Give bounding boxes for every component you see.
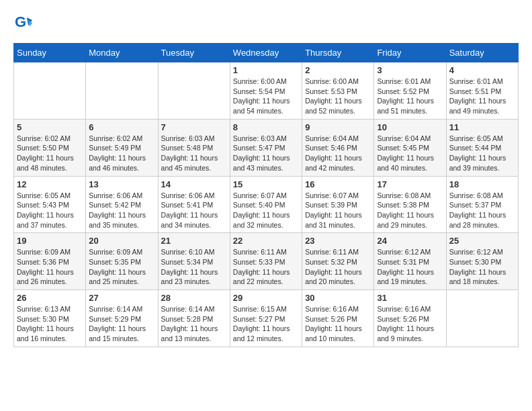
calendar-cell: 25Sunrise: 6:12 AM Sunset: 5:30 PM Dayli… — [446, 233, 518, 290]
day-number: 23 — [305, 236, 371, 246]
calendar-body: 1Sunrise: 6:00 AM Sunset: 5:54 PM Daylig… — [14, 62, 519, 347]
calendar-cell: 18Sunrise: 6:08 AM Sunset: 5:37 PM Dayli… — [446, 176, 518, 233]
calendar-cell: 20Sunrise: 6:09 AM Sunset: 5:35 PM Dayli… — [86, 233, 158, 290]
calendar-cell: 29Sunrise: 6:15 AM Sunset: 5:27 PM Dayli… — [230, 290, 302, 347]
calendar-cell: 9Sunrise: 6:04 AM Sunset: 5:46 PM Daylig… — [302, 119, 374, 176]
day-number: 14 — [161, 179, 227, 189]
weekday-header: Monday — [86, 44, 158, 62]
day-number: 3 — [377, 65, 443, 75]
calendar-cell: 12Sunrise: 6:05 AM Sunset: 5:43 PM Dayli… — [14, 176, 86, 233]
day-info: Sunrise: 6:16 AM Sunset: 5:26 PM Dayligh… — [305, 304, 371, 344]
calendar-cell: 3Sunrise: 6:01 AM Sunset: 5:52 PM Daylig… — [374, 62, 446, 120]
weekday-header: Sunday — [14, 44, 86, 62]
day-info: Sunrise: 6:06 AM Sunset: 5:41 PM Dayligh… — [161, 191, 227, 230]
day-number: 31 — [377, 293, 443, 303]
logo-icon: G — [13, 13, 32, 32]
calendar-cell: 24Sunrise: 6:12 AM Sunset: 5:31 PM Dayli… — [374, 233, 446, 290]
calendar-week-row: 12Sunrise: 6:05 AM Sunset: 5:43 PM Dayli… — [14, 176, 519, 233]
day-number: 22 — [233, 236, 299, 246]
day-number: 1 — [233, 65, 299, 75]
day-number: 8 — [233, 122, 299, 132]
day-info: Sunrise: 6:11 AM Sunset: 5:32 PM Dayligh… — [305, 247, 371, 287]
day-info: Sunrise: 6:03 AM Sunset: 5:48 PM Dayligh… — [161, 134, 227, 173]
calendar-cell: 31Sunrise: 6:16 AM Sunset: 5:26 PM Dayli… — [374, 290, 446, 347]
day-info: Sunrise: 6:04 AM Sunset: 5:45 PM Dayligh… — [377, 134, 443, 173]
day-number: 27 — [89, 293, 154, 303]
day-info: Sunrise: 6:00 AM Sunset: 5:53 PM Dayligh… — [305, 77, 371, 116]
day-info: Sunrise: 6:07 AM Sunset: 5:39 PM Dayligh… — [305, 191, 371, 230]
calendar-cell: 19Sunrise: 6:09 AM Sunset: 5:36 PM Dayli… — [14, 233, 86, 290]
day-info: Sunrise: 6:13 AM Sunset: 5:30 PM Dayligh… — [17, 304, 83, 344]
calendar-cell: 13Sunrise: 6:06 AM Sunset: 5:42 PM Dayli… — [86, 176, 158, 233]
day-number: 5 — [17, 122, 83, 132]
weekday-header: Wednesday — [230, 44, 302, 62]
day-info: Sunrise: 6:05 AM Sunset: 5:43 PM Dayligh… — [17, 191, 83, 230]
calendar-cell — [158, 62, 230, 120]
calendar-cell: 30Sunrise: 6:16 AM Sunset: 5:26 PM Dayli… — [302, 290, 374, 347]
calendar-cell: 2Sunrise: 6:00 AM Sunset: 5:53 PM Daylig… — [302, 62, 374, 120]
calendar-cell: 22Sunrise: 6:11 AM Sunset: 5:33 PM Dayli… — [230, 233, 302, 290]
calendar-cell: 21Sunrise: 6:10 AM Sunset: 5:34 PM Dayli… — [158, 233, 230, 290]
calendar-week-row: 19Sunrise: 6:09 AM Sunset: 5:36 PM Dayli… — [14, 233, 519, 290]
day-info: Sunrise: 6:14 AM Sunset: 5:29 PM Dayligh… — [89, 304, 154, 344]
day-info: Sunrise: 6:01 AM Sunset: 5:52 PM Dayligh… — [377, 77, 443, 116]
calendar-cell: 15Sunrise: 6:07 AM Sunset: 5:40 PM Dayli… — [230, 176, 302, 233]
day-info: Sunrise: 6:08 AM Sunset: 5:37 PM Dayligh… — [449, 191, 515, 230]
day-info: Sunrise: 6:01 AM Sunset: 5:51 PM Dayligh… — [449, 77, 515, 116]
day-number: 4 — [449, 65, 515, 75]
day-number: 12 — [17, 179, 83, 189]
day-number: 2 — [305, 65, 371, 75]
calendar-cell: 26Sunrise: 6:13 AM Sunset: 5:30 PM Dayli… — [14, 290, 86, 347]
calendar-week-row: 26Sunrise: 6:13 AM Sunset: 5:30 PM Dayli… — [14, 290, 519, 347]
calendar-week-row: 5Sunrise: 6:02 AM Sunset: 5:50 PM Daylig… — [14, 119, 519, 176]
day-info: Sunrise: 6:08 AM Sunset: 5:38 PM Dayligh… — [377, 191, 443, 230]
calendar-cell: 10Sunrise: 6:04 AM Sunset: 5:45 PM Dayli… — [374, 119, 446, 176]
weekday-header: Saturday — [446, 44, 518, 62]
day-info: Sunrise: 6:12 AM Sunset: 5:30 PM Dayligh… — [449, 247, 515, 287]
day-info: Sunrise: 6:06 AM Sunset: 5:42 PM Dayligh… — [89, 191, 154, 230]
weekday-header: Friday — [374, 44, 446, 62]
calendar-header: SundayMondayTuesdayWednesdayThursdayFrid… — [14, 44, 519, 62]
day-number: 21 — [161, 236, 227, 246]
calendar-table: SundayMondayTuesdayWednesdayThursdayFrid… — [13, 43, 519, 347]
calendar-cell: 27Sunrise: 6:14 AM Sunset: 5:29 PM Dayli… — [86, 290, 158, 347]
calendar-week-row: 1Sunrise: 6:00 AM Sunset: 5:54 PM Daylig… — [14, 62, 519, 120]
day-number: 20 — [89, 236, 154, 246]
day-number: 15 — [233, 179, 299, 189]
day-info: Sunrise: 6:09 AM Sunset: 5:36 PM Dayligh… — [17, 247, 83, 287]
day-number: 7 — [161, 122, 227, 132]
day-number: 29 — [233, 293, 299, 303]
day-number: 25 — [449, 236, 515, 246]
day-info: Sunrise: 6:16 AM Sunset: 5:26 PM Dayligh… — [377, 304, 443, 344]
calendar-cell: 14Sunrise: 6:06 AM Sunset: 5:41 PM Dayli… — [158, 176, 230, 233]
day-info: Sunrise: 6:07 AM Sunset: 5:40 PM Dayligh… — [233, 191, 299, 230]
calendar-cell: 23Sunrise: 6:11 AM Sunset: 5:32 PM Dayli… — [302, 233, 374, 290]
day-number: 30 — [305, 293, 371, 303]
day-number: 10 — [377, 122, 443, 132]
day-info: Sunrise: 6:02 AM Sunset: 5:49 PM Dayligh… — [89, 134, 154, 173]
day-info: Sunrise: 6:11 AM Sunset: 5:33 PM Dayligh… — [233, 247, 299, 287]
calendar-cell: 7Sunrise: 6:03 AM Sunset: 5:48 PM Daylig… — [158, 119, 230, 176]
calendar-cell: 28Sunrise: 6:14 AM Sunset: 5:28 PM Dayli… — [158, 290, 230, 347]
day-info: Sunrise: 6:15 AM Sunset: 5:27 PM Dayligh… — [233, 304, 299, 344]
calendar-cell — [86, 62, 158, 120]
calendar-cell — [14, 62, 86, 120]
day-info: Sunrise: 6:00 AM Sunset: 5:54 PM Dayligh… — [233, 77, 299, 116]
day-number: 16 — [305, 179, 371, 189]
day-number: 26 — [17, 293, 83, 303]
day-number: 24 — [377, 236, 443, 246]
calendar-cell: 1Sunrise: 6:00 AM Sunset: 5:54 PM Daylig… — [230, 62, 302, 120]
day-info: Sunrise: 6:05 AM Sunset: 5:44 PM Dayligh… — [449, 134, 515, 173]
day-number: 17 — [377, 179, 443, 189]
weekday-header: Thursday — [302, 44, 374, 62]
calendar-cell: 17Sunrise: 6:08 AM Sunset: 5:38 PM Dayli… — [374, 176, 446, 233]
day-info: Sunrise: 6:14 AM Sunset: 5:28 PM Dayligh… — [161, 304, 227, 344]
day-number: 9 — [305, 122, 371, 132]
calendar-cell — [446, 290, 518, 347]
calendar-cell: 8Sunrise: 6:03 AM Sunset: 5:47 PM Daylig… — [230, 119, 302, 176]
logo: G — [13, 13, 35, 32]
day-number: 19 — [17, 236, 83, 246]
calendar-cell: 5Sunrise: 6:02 AM Sunset: 5:50 PM Daylig… — [14, 119, 86, 176]
day-number: 6 — [89, 122, 154, 132]
day-info: Sunrise: 6:04 AM Sunset: 5:46 PM Dayligh… — [305, 134, 371, 173]
